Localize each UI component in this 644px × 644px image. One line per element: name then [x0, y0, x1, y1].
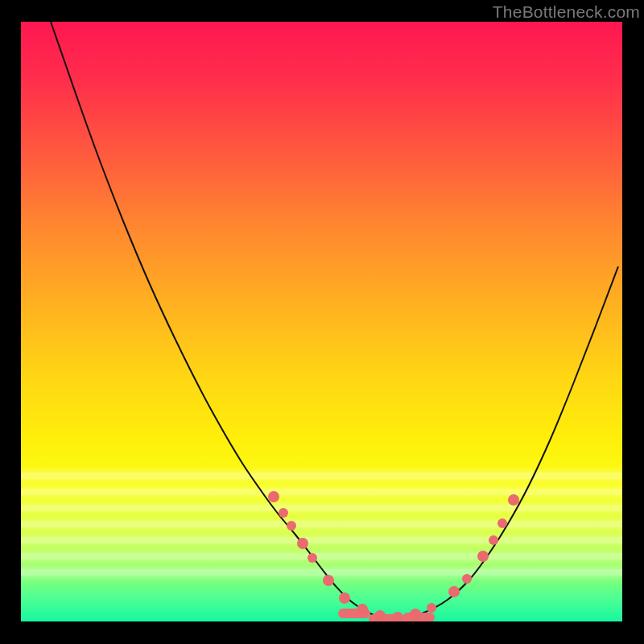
curve-marker — [489, 535, 498, 545]
curve-marker — [279, 508, 288, 518]
bottleneck-curve — [21, 22, 622, 621]
curve-marker — [427, 603, 436, 613]
curve-marker — [374, 610, 386, 621]
curve-marker — [477, 551, 489, 562]
curve-marker — [392, 612, 403, 621]
curve-marker — [462, 574, 472, 584]
curve-marker — [508, 494, 519, 506]
curve-marker — [287, 521, 296, 530]
curve-marker — [339, 592, 350, 604]
watermark-text: TheBottleneck.com — [493, 2, 640, 22]
curve-marker — [448, 586, 460, 597]
curve-marker — [268, 491, 279, 502]
curve-marker — [297, 538, 308, 549]
curve-marker — [308, 553, 317, 563]
curve-marker — [357, 604, 368, 615]
curve-marker — [323, 575, 334, 586]
curve-marker — [410, 609, 421, 620]
plot-frame — [21, 22, 622, 621]
curve-marker — [497, 518, 507, 528]
